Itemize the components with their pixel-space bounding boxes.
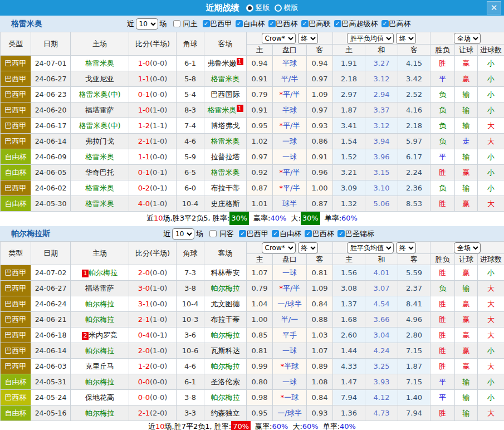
avg-odds-select[interactable]: 胜平负均值 [347, 33, 394, 44]
same-away-checkbox[interactable] [209, 230, 217, 237]
corner-cell: 6-1 [177, 56, 204, 71]
league-checkbox[interactable]: 自由杯 [236, 19, 265, 29]
final-avg-select[interactable]: 终 [396, 33, 416, 44]
score-cell: 3-0(1-0) [129, 281, 177, 296]
col-odds-home: 主 [247, 254, 273, 265]
league-checkbox[interactable]: 巴西甲 [239, 229, 268, 239]
horizontal-radio-label[interactable]: 横版 [284, 3, 299, 13]
checkbox-checked-icon[interactable] [301, 20, 309, 27]
home-team-cell: 格雷米奥 [71, 196, 129, 212]
goals-cell: 小 [478, 165, 504, 180]
league-type-cell: 巴西甲 [1, 328, 31, 343]
horizontal-radio-icon[interactable] [275, 4, 282, 12]
corner-cell: 3-8 [177, 390, 204, 405]
home-team-cell: 福塔雷萨 [71, 281, 129, 296]
goals-cell: 小 [478, 265, 504, 281]
checkbox-checked-icon[interactable] [203, 20, 210, 27]
same-away-label[interactable]: 同客 [219, 229, 234, 239]
final-odds-select[interactable]: 终 [298, 33, 318, 44]
league-checkbox[interactable]: 巴西杯 [305, 229, 334, 239]
avg-odds-select[interactable]: 胜平负均值 [347, 242, 394, 253]
summary-count: 10 [154, 214, 163, 222]
scope-select[interactable]: 全场 [454, 242, 481, 253]
col-odds-home: 主 [247, 45, 273, 56]
titlebar: 近期战绩 竖版 横版 ✕ [0, 0, 504, 16]
corner-cell: 4-6 [177, 359, 204, 374]
checkbox-checked-icon[interactable] [334, 20, 341, 27]
league-checkbox[interactable]: 巴圣锦标 [337, 229, 374, 239]
checkbox-checked-icon[interactable] [268, 20, 276, 27]
score-cell: 2-1(2-0) [129, 405, 177, 421]
league-checkbox[interactable]: 巴西杯 [268, 19, 298, 29]
team2-filter-bar: 帕尔梅拉斯 近 10 场 同客 巴西甲自由杯巴西杯巴圣锦标 [0, 226, 504, 241]
games-label: 场 [196, 229, 203, 239]
layout-radio-group: 竖版 横版 [242, 3, 299, 13]
result-cell: 平 [430, 71, 455, 87]
win-rate-value: 70% [231, 421, 251, 430]
games-count-select[interactable]: 10 [136, 18, 158, 30]
team1-name: 格雷米奥 [11, 19, 42, 29]
vertical-radio-icon[interactable] [246, 4, 253, 12]
final-odds-select[interactable]: 终 [298, 242, 318, 253]
col-handicap-result: 让球 [455, 45, 478, 56]
league-checkbox[interactable]: 巴高联 [301, 19, 331, 29]
goals-cell: 大 [478, 328, 504, 343]
home-odds-cell: 0.95 [247, 118, 273, 134]
home-team-cell: 格雷米奥(中) [71, 87, 129, 102]
scope-select[interactable]: 全场 [454, 33, 481, 44]
close-icon[interactable]: ✕ [487, 1, 501, 14]
home-team-cell: 福塔雷萨 [71, 102, 129, 118]
team1-summary: 近10场,胜3平2负5, 胜率:30%赢率:40%大:30%单率:60% [0, 212, 504, 226]
col-corner: 角球 [177, 242, 204, 265]
handicap-result-cell: 赢 [455, 359, 478, 374]
over-rate-value: 30% [301, 212, 320, 225]
league-type-cell: 巴西甲 [1, 281, 31, 296]
home-odds-cell: 0.95 [247, 405, 273, 421]
checkbox-checked-icon[interactable] [305, 230, 312, 237]
checkbox-checked-icon[interactable] [381, 20, 389, 27]
result-cell: 负 [430, 281, 455, 296]
col-type: 类型 [1, 242, 31, 265]
games-count-select[interactable]: 10 [172, 228, 194, 240]
league-type-cell: 巴西甲 [1, 87, 31, 102]
col-score: 比分(半场) [129, 32, 177, 56]
handicap-cell: *平/半 [273, 281, 307, 296]
same-home-label[interactable]: 同主 [183, 19, 198, 29]
away-team-cell: 布拉干蒂 [204, 180, 247, 196]
corner-cell: 6-0 [177, 180, 204, 196]
col-avg-home: 主 [333, 45, 365, 56]
checkbox-checked-icon[interactable] [337, 230, 345, 237]
avg-home-cell: 2.60 [333, 328, 365, 343]
checkbox-checked-icon[interactable] [272, 230, 279, 237]
team1-matches-body: 巴西甲24-07-01格雷米奥1-0(0-0)6-1弗鲁米嫩10.94半球0.9… [1, 56, 504, 212]
final-avg-select[interactable]: 终 [396, 242, 416, 253]
result-cell: 平 [430, 149, 455, 165]
bookmaker-select[interactable]: Crow* [262, 242, 296, 253]
col-away: 客场 [204, 242, 247, 265]
col-odds-away: 客 [307, 254, 333, 265]
recent-results-panel: 近期战绩 竖版 横版 ✕ 格雷米奥 近 10 场 同主 巴西甲自由杯巴西杯巴高联… [0, 0, 504, 430]
league-type-cell: 巴西甲 [1, 296, 31, 312]
league-checkbox[interactable]: 巴高超级杯 [334, 19, 378, 29]
checkbox-checked-icon[interactable] [239, 230, 246, 237]
league-label: 巴高联 [309, 19, 331, 29]
handicap-cell: *平/半 [273, 118, 307, 134]
handicap-result-cell: 输 [455, 149, 478, 165]
handicap-result-cell: 赢 [455, 196, 478, 212]
result-cell: 负 [430, 118, 455, 134]
vertical-radio-label[interactable]: 竖版 [256, 3, 270, 13]
avg-draw-cell: 3.25 [365, 359, 398, 374]
col-home: 主场 [71, 32, 129, 56]
col-date: 日期 [31, 242, 71, 265]
corner-cell: 10-4 [177, 196, 204, 212]
same-home-checkbox[interactable] [173, 20, 180, 27]
team2-name: 帕尔梅拉斯 [11, 229, 50, 239]
away-team-cell: 格雷米奥 [204, 134, 247, 149]
league-checkbox[interactable]: 巴西甲 [203, 19, 232, 29]
checkbox-checked-icon[interactable] [236, 20, 243, 27]
avg-draw-cell: 3.96 [365, 149, 398, 165]
league-checkbox[interactable]: 自由杯 [272, 229, 301, 239]
handicap-rate-label: 赢率: [253, 214, 270, 222]
bookmaker-select[interactable]: Crow* [262, 33, 296, 44]
league-checkbox[interactable]: 巴高杯 [381, 19, 411, 29]
